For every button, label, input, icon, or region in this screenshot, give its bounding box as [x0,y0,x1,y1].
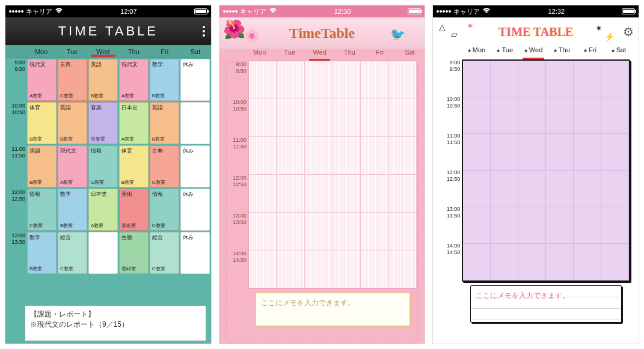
schedule-cell[interactable]: 日本史A教室 [119,102,149,144]
schedule-cell[interactable] [333,250,361,288]
day-header[interactable]: Wed [88,45,118,58]
schedule-cell[interactable] [601,244,629,280]
schedule-cell[interactable]: 休み [180,145,210,187]
schedule-cell[interactable]: 音楽音楽室 [88,102,118,144]
schedule-cell[interactable]: 現代文A教室 [119,59,149,101]
schedule-cell[interactable] [389,99,417,136]
schedule-cell[interactable] [333,175,361,212]
schedule-cell[interactable] [574,244,601,280]
schedule-cell[interactable]: 情報C教室 [88,145,118,187]
schedule-cell[interactable]: 日本史A教室 [88,189,118,231]
schedule-cell[interactable] [463,244,491,280]
schedule-cell[interactable] [361,99,389,136]
schedule-cell[interactable] [277,250,305,288]
schedule-cell[interactable] [546,61,574,97]
schedule-cell[interactable] [389,137,417,174]
schedule-cell[interactable] [361,250,389,288]
schedule-cell[interactable] [574,97,601,133]
settings-button[interactable]: ⚙ [623,25,634,39]
schedule-cell[interactable] [361,61,389,99]
schedule-cell[interactable]: 体育B教室 [119,145,149,187]
schedule-cell[interactable] [491,61,518,97]
schedule-cell[interactable] [574,134,601,170]
day-header[interactable]: Sat [604,46,633,59]
memo-box[interactable]: ここにメモを入力できます。 [256,293,411,326]
schedule-cell[interactable] [463,61,491,97]
schedule-cell[interactable] [518,97,546,133]
schedule-cell[interactable] [305,213,333,250]
schedule-cell[interactable]: 古典C教室 [150,145,179,187]
schedule-cell[interactable]: 総合C教室 [150,232,179,274]
schedule-cell[interactable]: 情報C教室 [27,189,57,231]
schedule-cell[interactable] [361,137,389,174]
schedule-cell[interactable] [574,61,601,97]
day-header[interactable]: Wed [519,46,547,59]
schedule-cell[interactable] [463,171,491,207]
day-header[interactable]: Thu [118,45,149,58]
schedule-cell[interactable]: 情報C教室 [150,189,179,231]
schedule-cell[interactable] [518,61,546,97]
schedule-cell[interactable]: 数学B教室 [150,59,179,101]
schedule-cell[interactable] [277,99,305,136]
schedule-cell[interactable]: 古典C教室 [58,59,87,101]
day-header[interactable]: Wed [305,49,335,61]
schedule-cell[interactable] [361,175,389,212]
schedule-cell[interactable] [601,97,629,133]
schedule-cell[interactable] [389,175,417,212]
day-header[interactable]: Fri [149,45,180,58]
schedule-cell[interactable] [333,213,361,250]
schedule-cell[interactable] [518,207,546,243]
schedule-cell[interactable] [305,61,333,99]
schedule-grid[interactable] [462,59,630,282]
schedule-cell[interactable]: 英語B教室 [58,102,87,144]
schedule-cell[interactable] [518,134,546,170]
schedule-grid[interactable]: 9:009:50現代文A教室古典C教室英語B教室現代文A教室数学B教室休み10:… [5,58,211,303]
schedule-cell[interactable] [305,175,333,212]
schedule-cell[interactable]: 総合C教室 [58,232,87,274]
schedule-cell[interactable] [601,171,629,207]
schedule-cell[interactable]: 体育B教室 [27,102,57,144]
schedule-cell[interactable] [305,137,333,174]
schedule-cell[interactable] [601,207,629,243]
schedule-cell[interactable] [546,244,574,280]
schedule-cell[interactable] [463,207,491,243]
schedule-cell[interactable] [333,137,361,174]
schedule-cell[interactable]: 美術美術室 [119,189,149,231]
schedule-cell[interactable] [546,171,574,207]
schedule-cell[interactable]: 現代文A教室 [58,145,87,187]
schedule-cell[interactable] [601,134,629,170]
schedule-cell[interactable]: 生物理科室 [119,232,149,274]
day-header[interactable]: Mon [26,45,57,58]
schedule-cell[interactable] [546,134,574,170]
schedule-cell[interactable] [518,171,546,207]
schedule-cell[interactable] [277,213,305,250]
schedule-cell[interactable] [574,207,601,243]
day-header[interactable]: Fri [575,46,604,59]
schedule-cell[interactable] [463,134,491,170]
day-header[interactable]: Tue [57,45,87,58]
schedule-cell[interactable] [249,250,277,288]
schedule-cell[interactable] [546,97,574,133]
schedule-cell[interactable] [277,137,305,174]
schedule-cell[interactable] [518,244,546,280]
day-header[interactable]: Thu [335,49,365,61]
schedule-cell[interactable] [249,61,277,99]
day-header[interactable]: Tue [275,49,305,61]
menu-button[interactable] [203,26,205,37]
schedule-cell[interactable]: 休み [180,59,210,101]
schedule-cell[interactable] [574,171,601,207]
schedule-cell[interactable] [333,99,361,136]
schedule-cell[interactable] [333,61,361,99]
schedule-cell[interactable] [389,61,417,99]
schedule-cell[interactable] [491,171,518,207]
schedule-cell[interactable] [249,175,277,212]
schedule-cell[interactable] [305,250,333,288]
schedule-cell[interactable] [180,102,210,144]
schedule-cell[interactable]: 英語B教室 [88,59,118,101]
day-header[interactable]: Fri [364,49,394,61]
schedule-cell[interactable] [88,232,118,274]
day-header[interactable]: Thu [547,46,575,59]
day-header[interactable]: Sat [394,49,425,61]
schedule-cell[interactable] [491,244,518,280]
schedule-cell[interactable] [305,99,333,136]
